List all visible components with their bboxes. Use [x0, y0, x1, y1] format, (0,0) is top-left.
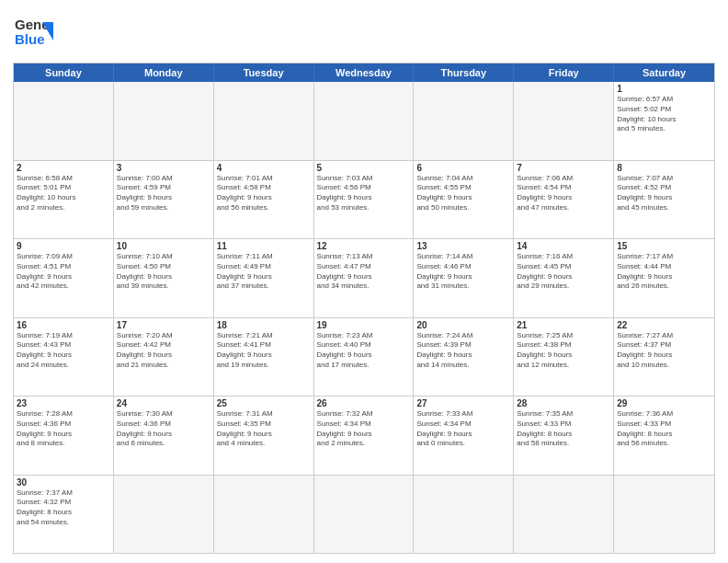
week-row-5: 30Sunrise: 7:37 AM Sunset: 4:32 PM Dayli… [14, 476, 714, 554]
week-row-0: 1Sunrise: 6:57 AM Sunset: 5:02 PM Daylig… [14, 82, 714, 161]
svg-text:Blue: Blue [15, 31, 45, 47]
day-cell-9: 9Sunrise: 7:09 AM Sunset: 4:51 PM Daylig… [14, 239, 114, 317]
day-cell-27: 27Sunrise: 7:33 AM Sunset: 4:34 PM Dayli… [414, 396, 514, 475]
day-number: 23 [17, 398, 110, 408]
day-cell-empty [114, 476, 214, 554]
day-info: Sunrise: 6:57 AM Sunset: 5:02 PM Dayligh… [617, 95, 711, 134]
day-cell-empty [514, 476, 614, 554]
day-cell-3: 3Sunrise: 7:00 AM Sunset: 4:59 PM Daylig… [114, 161, 214, 239]
day-cell-7: 7Sunrise: 7:06 AM Sunset: 4:54 PM Daylig… [514, 161, 614, 239]
day-number: 9 [17, 241, 110, 251]
day-cell-15: 15Sunrise: 7:17 AM Sunset: 4:44 PM Dayli… [614, 239, 714, 317]
day-cell-16: 16Sunrise: 7:19 AM Sunset: 4:43 PM Dayli… [14, 318, 114, 396]
day-cell-empty [414, 476, 514, 554]
day-info: Sunrise: 7:03 AM Sunset: 4:56 PM Dayligh… [317, 174, 411, 213]
day-number: 16 [17, 320, 110, 330]
day-cell-17: 17Sunrise: 7:20 AM Sunset: 4:42 PM Dayli… [114, 318, 214, 396]
day-info: Sunrise: 7:17 AM Sunset: 4:44 PM Dayligh… [617, 252, 711, 292]
day-cell-29: 29Sunrise: 7:36 AM Sunset: 4:33 PM Dayli… [614, 396, 714, 475]
day-number: 19 [317, 320, 411, 330]
week-row-3: 16Sunrise: 7:19 AM Sunset: 4:43 PM Dayli… [14, 318, 714, 397]
day-cell-19: 19Sunrise: 7:23 AM Sunset: 4:40 PM Dayli… [314, 318, 415, 396]
day-number: 20 [416, 320, 510, 330]
calendar: SundayMondayTuesdayWednesdayThursdayFrid… [13, 63, 715, 554]
week-row-2: 9Sunrise: 7:09 AM Sunset: 4:51 PM Daylig… [14, 239, 714, 318]
day-cell-empty [314, 82, 415, 160]
day-cell-22: 22Sunrise: 7:27 AM Sunset: 4:37 PM Dayli… [614, 318, 714, 396]
page: General Blue SundayMondayTuesdayWednesda… [0, 0, 728, 563]
calendar-grid: 1Sunrise: 6:57 AM Sunset: 5:02 PM Daylig… [14, 82, 714, 553]
day-number: 24 [117, 398, 210, 408]
day-info: Sunrise: 6:58 AM Sunset: 5:01 PM Dayligh… [17, 174, 110, 213]
day-cell-21: 21Sunrise: 7:25 AM Sunset: 4:38 PM Dayli… [514, 318, 614, 396]
day-number: 3 [117, 163, 210, 173]
day-info: Sunrise: 7:07 AM Sunset: 4:52 PM Dayligh… [617, 174, 711, 213]
day-number: 1 [617, 84, 711, 94]
day-info: Sunrise: 7:27 AM Sunset: 4:37 PM Dayligh… [617, 331, 711, 371]
week-row-1: 2Sunrise: 6:58 AM Sunset: 5:01 PM Daylig… [14, 161, 714, 240]
day-header-saturday: Saturday [614, 63, 714, 82]
day-number: 5 [317, 163, 411, 173]
day-info: Sunrise: 7:19 AM Sunset: 4:43 PM Dayligh… [17, 331, 110, 371]
logo: General Blue [13, 11, 53, 55]
day-info: Sunrise: 7:16 AM Sunset: 4:45 PM Dayligh… [517, 252, 610, 292]
day-info: Sunrise: 7:28 AM Sunset: 4:36 PM Dayligh… [17, 409, 110, 449]
day-number: 10 [117, 241, 210, 251]
day-cell-30: 30Sunrise: 7:37 AM Sunset: 4:32 PM Dayli… [14, 476, 114, 554]
day-number: 30 [17, 477, 110, 488]
day-header-thursday: Thursday [414, 63, 514, 82]
day-number: 7 [517, 163, 610, 173]
day-header-friday: Friday [514, 63, 614, 82]
day-cell-empty [114, 82, 214, 160]
day-info: Sunrise: 7:33 AM Sunset: 4:34 PM Dayligh… [416, 409, 510, 449]
day-info: Sunrise: 7:32 AM Sunset: 4:34 PM Dayligh… [317, 409, 411, 449]
day-info: Sunrise: 7:04 AM Sunset: 4:55 PM Dayligh… [416, 174, 510, 213]
day-number: 18 [217, 320, 311, 330]
day-info: Sunrise: 7:09 AM Sunset: 4:51 PM Dayligh… [17, 252, 110, 292]
day-info: Sunrise: 7:10 AM Sunset: 4:50 PM Dayligh… [117, 252, 210, 292]
day-cell-empty [14, 82, 114, 160]
day-number: 2 [17, 163, 110, 173]
day-cell-18: 18Sunrise: 7:21 AM Sunset: 4:41 PM Dayli… [214, 318, 314, 396]
day-info: Sunrise: 7:14 AM Sunset: 4:46 PM Dayligh… [416, 252, 510, 292]
day-cell-2: 2Sunrise: 6:58 AM Sunset: 5:01 PM Daylig… [14, 161, 114, 239]
day-cell-12: 12Sunrise: 7:13 AM Sunset: 4:47 PM Dayli… [314, 239, 415, 317]
day-cell-10: 10Sunrise: 7:10 AM Sunset: 4:50 PM Dayli… [114, 239, 214, 317]
day-info: Sunrise: 7:37 AM Sunset: 4:32 PM Dayligh… [17, 488, 110, 528]
day-cell-empty [214, 476, 314, 554]
day-header-tuesday: Tuesday [214, 63, 314, 82]
day-cell-11: 11Sunrise: 7:11 AM Sunset: 4:49 PM Dayli… [214, 239, 314, 317]
day-cell-24: 24Sunrise: 7:30 AM Sunset: 4:36 PM Dayli… [114, 396, 214, 475]
day-info: Sunrise: 7:01 AM Sunset: 4:58 PM Dayligh… [217, 174, 311, 213]
day-cell-8: 8Sunrise: 7:07 AM Sunset: 4:52 PM Daylig… [614, 161, 714, 239]
day-number: 13 [416, 241, 510, 251]
day-number: 4 [217, 163, 311, 173]
day-info: Sunrise: 7:00 AM Sunset: 4:59 PM Dayligh… [117, 174, 210, 213]
day-cell-empty [614, 476, 714, 554]
logo-icon: General Blue [13, 11, 53, 55]
day-number: 15 [617, 241, 711, 251]
day-number: 26 [317, 398, 411, 408]
day-number: 14 [517, 241, 610, 251]
day-info: Sunrise: 7:11 AM Sunset: 4:49 PM Dayligh… [217, 252, 311, 292]
day-info: Sunrise: 7:25 AM Sunset: 4:38 PM Dayligh… [517, 331, 610, 371]
day-number: 12 [317, 241, 411, 251]
day-header-wednesday: Wednesday [314, 63, 415, 82]
day-number: 8 [617, 163, 711, 173]
day-info: Sunrise: 7:21 AM Sunset: 4:41 PM Dayligh… [217, 331, 311, 371]
day-cell-20: 20Sunrise: 7:24 AM Sunset: 4:39 PM Dayli… [414, 318, 514, 396]
day-info: Sunrise: 7:30 AM Sunset: 4:36 PM Dayligh… [117, 409, 210, 449]
day-cell-13: 13Sunrise: 7:14 AM Sunset: 4:46 PM Dayli… [414, 239, 514, 317]
day-cell-empty [214, 82, 314, 160]
day-info: Sunrise: 7:35 AM Sunset: 4:33 PM Dayligh… [517, 409, 610, 449]
day-cell-26: 26Sunrise: 7:32 AM Sunset: 4:34 PM Dayli… [314, 396, 415, 475]
day-number: 17 [117, 320, 210, 330]
day-cell-6: 6Sunrise: 7:04 AM Sunset: 4:55 PM Daylig… [414, 161, 514, 239]
day-cell-23: 23Sunrise: 7:28 AM Sunset: 4:36 PM Dayli… [14, 396, 114, 475]
day-info: Sunrise: 7:23 AM Sunset: 4:40 PM Dayligh… [317, 331, 411, 371]
day-cell-28: 28Sunrise: 7:35 AM Sunset: 4:33 PM Dayli… [514, 396, 614, 475]
day-number: 27 [416, 398, 510, 408]
day-cell-4: 4Sunrise: 7:01 AM Sunset: 4:58 PM Daylig… [214, 161, 314, 239]
header: General Blue [13, 11, 715, 55]
day-number: 25 [217, 398, 311, 408]
